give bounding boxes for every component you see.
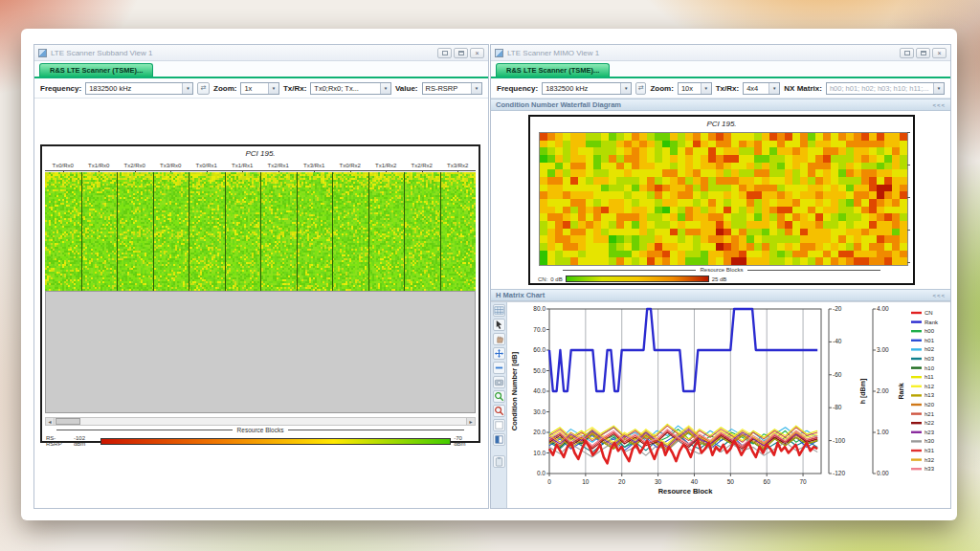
svg-text:4.00: 4.00 <box>877 305 889 312</box>
pointer-icon[interactable] <box>493 319 505 331</box>
subband-view-panel: LTE Scanner Subband View 1 × R&S LTE Sca… <box>33 44 489 509</box>
txrx-column-label: Tx3/Rx0 <box>153 160 189 170</box>
waterfall-time-axis-ticks <box>907 132 910 264</box>
frequency-select[interactable]: 1832500 kHz ▼ <box>85 82 193 95</box>
frequency-select[interactable]: 1832500 kHz ▼ <box>542 82 632 95</box>
cn-waterfall-canvas <box>539 132 908 266</box>
cn-colorbar <box>566 276 709 282</box>
cn-colorbar-row: CN: 0 dB 25 dB <box>538 276 726 282</box>
window-buttons: × <box>900 48 947 58</box>
float-window-button[interactable] <box>900 48 914 58</box>
grid-view-icon[interactable] <box>493 304 505 317</box>
collapse-section-button[interactable]: <<< <box>932 102 946 108</box>
svg-text:h22: h22 <box>924 420 935 426</box>
nx-matrix-label: NX Matrix: <box>784 84 822 93</box>
zoom-label: Zoom: <box>650 84 673 93</box>
frequency-value: 1832500 kHz <box>546 84 588 93</box>
zoom-out-icon[interactable] <box>493 405 505 417</box>
collapse-section-button[interactable]: <<< <box>932 293 946 298</box>
pan-hand-icon[interactable] <box>493 333 505 345</box>
txrx-column-label: Tx1/Rx2 <box>368 160 405 170</box>
svg-text:-20: -20 <box>833 305 842 312</box>
txrx-column-label: Tx2/Rx2 <box>404 160 440 170</box>
chevron-down-icon[interactable]: ▼ <box>380 83 390 94</box>
txrx-column-label: Tx3/Rx1 <box>297 160 333 170</box>
float-window-button[interactable] <box>437 48 452 58</box>
nx-matrix-select[interactable]: h00; h01; h02; h03; h10; h11;... ▼ <box>826 82 945 95</box>
colorbar-max: -70 dBm <box>454 435 475 447</box>
pci-title: PCI 195. <box>530 120 913 128</box>
snapshot-icon[interactable] <box>493 376 505 388</box>
chevron-down-icon[interactable]: ▼ <box>701 83 711 94</box>
zoom-select[interactable]: 10x ▼ <box>678 82 712 95</box>
value-select[interactable]: RS-RSRP ▼ <box>422 82 482 95</box>
nx-matrix-value: h00; h01; h02; h03; h10; h11;... <box>830 84 929 93</box>
svg-text:3.00: 3.00 <box>877 346 889 353</box>
subband-waterfall-canvas <box>45 172 476 291</box>
chevron-down-icon[interactable]: ▼ <box>933 83 944 94</box>
colorbar-min: -102 dBm <box>74 435 98 447</box>
subband-toolbar: Frequency: 1832500 kHz ▼ ⇄ Zoom: 1x ▼ Tx… <box>34 78 488 99</box>
svg-text:20: 20 <box>618 478 626 485</box>
svg-text:-40: -40 <box>833 338 842 344</box>
minus-icon[interactable] <box>493 362 505 374</box>
chart-window-icon <box>38 49 47 57</box>
txrx-column-label: Tx0/Rx1 <box>189 160 225 170</box>
empty-waterfall-area <box>45 291 476 413</box>
svg-text:2.00: 2.00 <box>877 387 889 394</box>
cn-waterfall-box: PCI 195. Resource Blocks CN: 0 dB 25 dB <box>528 115 915 285</box>
maximize-window-button[interactable] <box>454 48 468 58</box>
hmatrix-section-title: H Matrix Chart <box>496 291 545 299</box>
svg-text:h03: h03 <box>924 356 935 362</box>
split-view-icon[interactable] <box>493 433 505 446</box>
zoom-select[interactable]: 1x ▼ <box>240 82 278 95</box>
maximize-window-button[interactable] <box>916 48 930 58</box>
chevron-down-icon[interactable]: ▼ <box>471 83 481 94</box>
colorbar-min: 0 dB <box>550 276 562 282</box>
svg-text:h10: h10 <box>924 365 935 371</box>
txrx-value: Tx0;Rx0; Tx... <box>314 84 359 93</box>
svg-text:30: 30 <box>655 478 662 485</box>
chevron-down-icon[interactable]: ▼ <box>620 83 631 94</box>
svg-text:h30: h30 <box>924 438 935 444</box>
tab-rs-lte-scanner[interactable]: R&S LTE Scanner (TSME)... <box>39 63 153 77</box>
txrx-select[interactable]: Tx0;Rx0; Tx... ▼ <box>310 82 391 95</box>
horizontal-scrollbar[interactable]: ◄ ► <box>45 417 476 426</box>
waterfall-section-header: Condition Number Waterfall Diagram <<< <box>491 99 950 111</box>
scroll-left-icon[interactable]: ◄ <box>46 418 55 425</box>
frequency-label: Frequency: <box>40 84 81 93</box>
chevron-down-icon[interactable]: ▼ <box>182 83 192 94</box>
zoom-value: 1x <box>244 84 252 93</box>
scrollbar-thumb[interactable] <box>56 418 80 425</box>
chevron-down-icon[interactable]: ▼ <box>768 83 779 94</box>
colorbar-label: CN: <box>538 276 547 282</box>
svg-text:1.00: 1.00 <box>877 429 889 435</box>
hmatrix-section-header: H Matrix Chart <<< <box>491 289 950 301</box>
svg-text:50: 50 <box>727 478 735 485</box>
svg-text:Rank: Rank <box>924 320 939 325</box>
close-window-button[interactable]: × <box>932 48 947 58</box>
clipboard-icon[interactable] <box>493 455 505 468</box>
svg-text:h32: h32 <box>924 457 935 463</box>
cn-waterfall-area: PCI 195. Resource Blocks CN: 0 dB 25 dB <box>491 112 950 289</box>
selection-rect-icon[interactable] <box>493 419 505 431</box>
window-title: LTE Scanner MIMO View 1 <box>507 49 599 57</box>
svg-text:h13: h13 <box>924 392 935 398</box>
txrx-value: 4x4 <box>746 84 758 93</box>
apply-frequency-button[interactable]: ⇄ <box>197 82 210 95</box>
tab-rs-lte-scanner[interactable]: R&S LTE Scanner (TSME)... <box>496 63 610 77</box>
value-value: RS-RSRP <box>426 84 458 93</box>
apply-frequency-button[interactable]: ⇄ <box>635 82 646 95</box>
value-label: Value: <box>395 84 418 93</box>
svg-text:-120: -120 <box>833 470 845 476</box>
scroll-right-icon[interactable]: ► <box>466 418 475 425</box>
move-arrows-icon[interactable] <box>493 347 505 360</box>
zoom-in-icon[interactable] <box>493 390 505 403</box>
close-window-button[interactable]: × <box>470 48 484 58</box>
chevron-down-icon[interactable]: ▼ <box>268 83 278 94</box>
txrx-column-axis: Tx0/Rx0Tx1/Rx0Tx2/Rx0Tx3/Rx0Tx0/Rx1Tx1/R… <box>45 160 476 171</box>
window-titlebar: LTE Scanner Subband View 1 × <box>34 45 488 61</box>
txrx-label: Tx/Rx: <box>716 84 739 93</box>
txrx-select[interactable]: 4x4 ▼ <box>743 82 780 95</box>
svg-text:60.0: 60.0 <box>533 346 546 353</box>
